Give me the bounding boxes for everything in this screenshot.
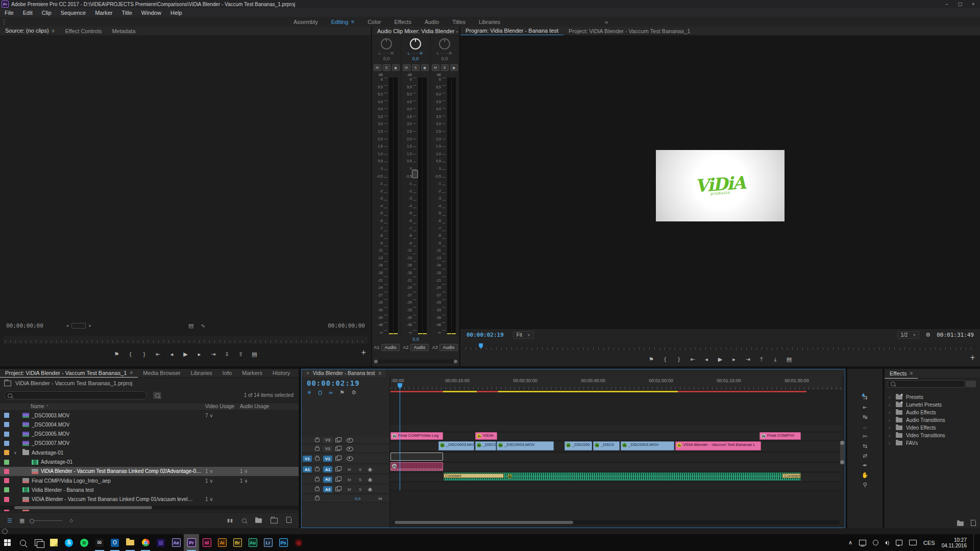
razor-tool[interactable]: ✄ bbox=[847, 432, 883, 441]
audio-transition[interactable]: Constant bbox=[782, 473, 801, 478]
effects-folder-presets[interactable]: ›Presets bbox=[885, 393, 980, 401]
track-solo-button[interactable]: S bbox=[359, 477, 361, 482]
sync-lock-icon[interactable] bbox=[335, 467, 340, 471]
source-tab-metadata[interactable]: Metadata bbox=[107, 27, 140, 35]
indesign[interactable]: Id bbox=[199, 534, 214, 551]
menu-help[interactable]: Help bbox=[166, 10, 187, 16]
twirl-right-icon[interactable]: › bbox=[889, 441, 890, 446]
lightroom[interactable]: Lr bbox=[260, 534, 276, 551]
after-effects[interactable]: Ae bbox=[168, 534, 184, 551]
go-to-in-button[interactable]: ⇤ bbox=[155, 351, 162, 358]
pan-knob-A2[interactable] bbox=[410, 38, 421, 49]
column-name[interactable]: Name ⌃ bbox=[31, 404, 49, 409]
track-target-V3[interactable]: V3 bbox=[323, 437, 332, 443]
effects-folder-lumetri-presets[interactable]: ›Lumetri Presets bbox=[885, 401, 980, 409]
timeline-clip[interactable]: fx_DSC000 bbox=[565, 441, 592, 450]
pan-value-A2[interactable]: 0,0 bbox=[412, 56, 419, 61]
go-to-out-button[interactable]: ⇥ bbox=[210, 351, 217, 358]
pan-value-A3[interactable]: 0,0 bbox=[442, 56, 448, 61]
outlook[interactable]: O bbox=[107, 534, 122, 551]
photos-app[interactable]: ▨ bbox=[153, 534, 168, 551]
delete-custom-item-button[interactable] bbox=[971, 521, 976, 526]
sort-icons-button[interactable]: ◇ bbox=[69, 518, 73, 523]
selection-tool[interactable]: ➤ bbox=[860, 362, 870, 397]
app-red-circle[interactable]: ◎ bbox=[291, 534, 306, 551]
hidden-icons-button[interactable]: ∧ bbox=[848, 539, 852, 546]
touch-keyboard-icon[interactable] bbox=[909, 540, 917, 545]
timeline-clip[interactable]: fxFinal COMP/Vidia Log bbox=[390, 432, 443, 440]
workspace-tab-libraries[interactable]: Libraries bbox=[479, 19, 500, 25]
timeline-hscrollbar[interactable] bbox=[393, 520, 840, 524]
label-color-chip[interactable] bbox=[4, 460, 9, 465]
effects-folder-audio-effects[interactable]: ›Audio Effects bbox=[885, 409, 980, 416]
effects-panel-menu-icon[interactable]: ≡ bbox=[910, 370, 913, 376]
new-custom-bin-button[interactable] bbox=[957, 521, 964, 526]
sync-status-icon[interactable] bbox=[2, 529, 8, 534]
record-button-A3[interactable]: ◉ bbox=[450, 64, 458, 71]
twirl-right-icon[interactable]: › bbox=[889, 395, 890, 400]
track-lane-A2[interactable] bbox=[390, 462, 842, 472]
overwrite-button[interactable]: ⇧ bbox=[237, 351, 244, 358]
timeline-clip[interactable]: fx_DSC0003.MO bbox=[438, 441, 474, 450]
task-view-button[interactable] bbox=[31, 534, 46, 551]
label-color-chip[interactable] bbox=[4, 432, 9, 437]
track-name-button[interactable]: Audio bbox=[439, 344, 457, 351]
export-frame-button[interactable]: ▤ bbox=[251, 351, 258, 358]
workspace-tab-editing[interactable]: Editing≡ bbox=[331, 19, 354, 25]
effects-search-input[interactable] bbox=[888, 380, 965, 388]
source-scrubber[interactable] bbox=[3, 336, 368, 344]
add-marker-button[interactable]: ⚑ bbox=[648, 356, 655, 363]
track-output-toggle[interactable] bbox=[347, 457, 353, 461]
voiceover-record-icon[interactable] bbox=[369, 488, 371, 491]
panel-menu-icon[interactable]: ≡ bbox=[130, 370, 133, 375]
source-button-editor[interactable]: + bbox=[361, 348, 366, 357]
sticky-notes[interactable] bbox=[46, 534, 61, 551]
track-output-toggle[interactable] bbox=[347, 446, 353, 451]
resolution-dropdown[interactable]: 1/2∨ bbox=[897, 331, 920, 339]
label-color-chip[interactable] bbox=[4, 441, 9, 446]
item-name[interactable]: Advantage-01 bbox=[32, 450, 63, 456]
language-indicator[interactable]: CES bbox=[923, 540, 935, 546]
workspace-tab-titles[interactable]: Titles bbox=[452, 19, 465, 25]
track-name-button[interactable]: Audio bbox=[410, 344, 428, 351]
track-output-toggle[interactable] bbox=[347, 438, 353, 442]
video-usage-value[interactable]: 1 ∨ bbox=[205, 468, 213, 474]
mark-in-button[interactable]: { bbox=[662, 356, 669, 362]
label-color-chip[interactable] bbox=[4, 413, 9, 418]
close-button[interactable]: × bbox=[967, 0, 980, 8]
item-name[interactable]: Vidia Blender - Banana test bbox=[32, 487, 94, 493]
premiere-pro[interactable]: Pr bbox=[184, 534, 199, 551]
track-lock-icon[interactable] bbox=[315, 478, 320, 481]
mute-button-A3[interactable]: M bbox=[432, 64, 439, 71]
item-name[interactable]: _DSC0007.MOV bbox=[32, 440, 69, 446]
audio-usage-value[interactable]: 1 ∨ bbox=[240, 478, 248, 484]
drag-video-only-icon[interactable]: ▤ bbox=[188, 322, 193, 329]
source-patch-V1[interactable]: V1 bbox=[303, 456, 312, 462]
record-button-A2[interactable]: ◉ bbox=[421, 64, 429, 71]
search-bin-button[interactable] bbox=[153, 392, 161, 399]
track-solo-button[interactable]: S bbox=[359, 487, 361, 492]
mark-out-button[interactable]: } bbox=[675, 356, 682, 362]
menu-marker[interactable]: Marker bbox=[90, 10, 117, 16]
project-search-input[interactable] bbox=[4, 391, 147, 399]
twirl-right-icon[interactable]: › bbox=[889, 403, 890, 408]
spotify[interactable]: ≋ bbox=[77, 534, 92, 551]
workspace-tab-assembly[interactable]: Assembly bbox=[293, 19, 318, 25]
track-mute-button[interactable]: M bbox=[348, 487, 351, 492]
chrome[interactable] bbox=[138, 534, 153, 551]
program-settings-icon[interactable]: ⚙ bbox=[925, 332, 930, 338]
effects-folder-video-transitions[interactable]: ›Video Transitions bbox=[885, 432, 980, 439]
list-view-button[interactable]: ☰ bbox=[7, 517, 12, 524]
page-indicator[interactable] bbox=[71, 323, 86, 329]
solo-button-A1[interactable]: S bbox=[383, 64, 390, 71]
voiceover-record-icon[interactable] bbox=[369, 478, 371, 481]
workspace-tab-color[interactable]: Color bbox=[368, 19, 381, 25]
track-lane-A1[interactable] bbox=[390, 453, 842, 462]
prev-page-button[interactable]: ◂ bbox=[66, 323, 69, 328]
track-mute-button[interactable]: M bbox=[348, 477, 351, 482]
photoshop[interactable]: Ps bbox=[276, 534, 291, 551]
fit-sequence-icon[interactable]: ⋈ bbox=[378, 496, 382, 501]
label-color-chip[interactable] bbox=[4, 450, 9, 455]
action-center-icon[interactable] bbox=[896, 540, 902, 545]
fit-dropdown[interactable]: Fit∨ bbox=[513, 331, 534, 339]
